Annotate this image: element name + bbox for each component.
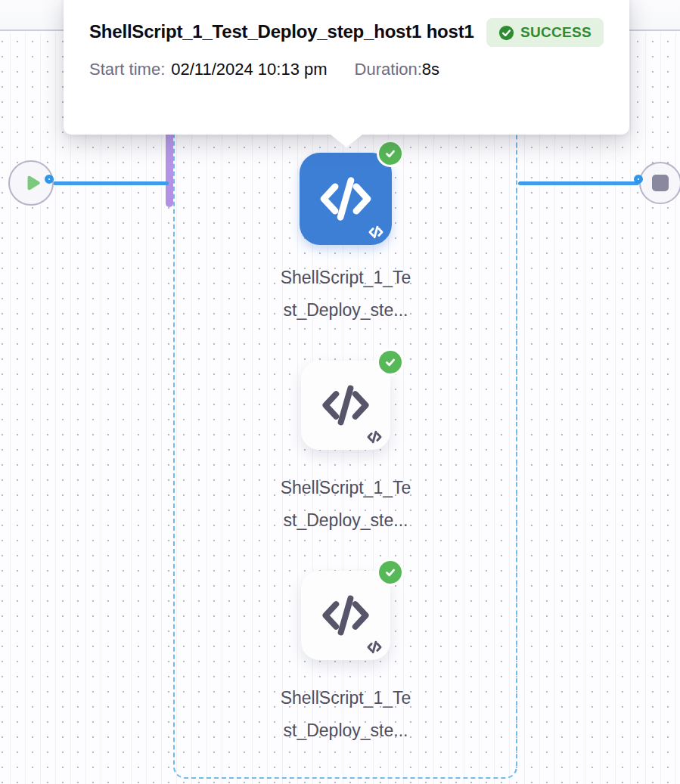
status-badge: SUCCESS xyxy=(486,18,604,47)
step-type-code-icon xyxy=(366,430,383,444)
stop-icon xyxy=(652,175,669,191)
code-icon xyxy=(318,174,374,224)
step-type-code-icon xyxy=(366,640,383,654)
duration-label: Duration: xyxy=(355,57,422,82)
purple-accent-bar xyxy=(166,127,173,207)
step-tooltip: ShellScript_1_Test_Deploy_step_host1 hos… xyxy=(64,0,629,135)
play-icon xyxy=(23,173,42,193)
pipeline-execution-screen: ShellScript_1_Test_Deploy_ste... ShellSc… xyxy=(0,0,680,784)
success-check-icon xyxy=(377,140,404,167)
step-node-1[interactable] xyxy=(300,153,392,245)
tooltip-caret xyxy=(331,135,362,147)
step-label-3: ShellScript_1_Test_Deploy_ste... xyxy=(277,682,415,747)
step-node-3[interactable] xyxy=(301,571,390,660)
step-label-1: ShellScript_1_Test_Deploy_ste... xyxy=(277,262,415,327)
start-time-label: Start time: xyxy=(89,57,165,82)
code-icon xyxy=(320,593,371,638)
connector-line-left xyxy=(53,181,169,185)
end-node[interactable] xyxy=(639,162,680,204)
success-check-icon xyxy=(498,25,514,41)
connector-port-right xyxy=(634,175,643,184)
step-type-code-icon xyxy=(368,225,384,239)
status-badge-label: SUCCESS xyxy=(520,24,592,41)
connector-port-left xyxy=(45,175,54,184)
tooltip-step-title: ShellScript_1_Test_Deploy_step_host1 hos… xyxy=(89,15,474,48)
success-check-icon xyxy=(377,349,404,376)
start-time-value: 02/11/2024 10:13 pm xyxy=(171,57,327,82)
code-icon xyxy=(320,383,371,428)
step-node-2[interactable] xyxy=(301,361,390,450)
duration-value: 8s xyxy=(422,57,439,82)
success-check-icon xyxy=(377,559,404,586)
connector-line-right xyxy=(518,181,639,185)
step-label-2: ShellScript_1_Test_Deploy_ste... xyxy=(277,472,415,537)
